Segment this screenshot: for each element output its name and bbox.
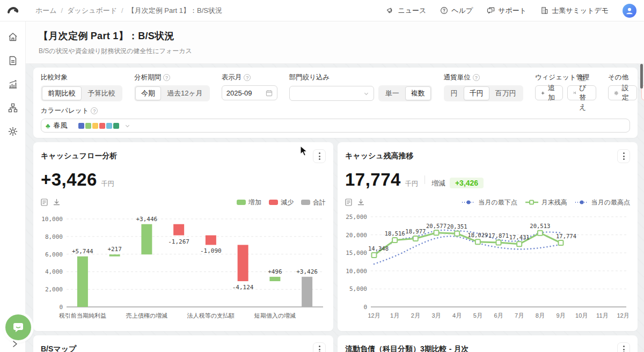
news-label: ニュース xyxy=(398,6,426,16)
app-logo[interactable] xyxy=(0,4,26,17)
cashflow-chart-area: 02,0004,0006,0008,00010,000+5,744税引前当期純利… xyxy=(41,210,326,324)
department-mode-single[interactable]: 単一 xyxy=(379,86,405,100)
divider xyxy=(425,175,425,184)
sidebar-item-organization[interactable] xyxy=(7,102,19,114)
department-mode-multiple[interactable]: 複数 xyxy=(405,86,431,100)
comparison-option-budget[interactable]: 予算比較 xyxy=(82,86,121,100)
building-icon xyxy=(540,6,548,14)
breadcrumb-home[interactable]: ホーム xyxy=(35,6,57,16)
download-icon[interactable] xyxy=(357,199,364,206)
cashflow-card-menu-button[interactable] xyxy=(313,149,326,163)
calendar-icon xyxy=(266,90,273,97)
download-icon[interactable] xyxy=(53,199,60,206)
breadcrumb-dashboard[interactable]: ダッシュボード xyxy=(67,6,117,16)
legend-item-monthly-high[interactable]: 当月の最高点 xyxy=(575,198,630,207)
legend-item-total[interactable]: 合計 xyxy=(301,198,326,207)
account-menu[interactable]: 士業サミットデモ xyxy=(540,6,609,16)
period-option-12months[interactable]: 過去12ヶ月 xyxy=(161,86,209,100)
svg-text:17,774: 17,774 xyxy=(556,233,576,239)
settings-button[interactable]: 設定 xyxy=(608,85,637,100)
balance-unit: 千円 xyxy=(405,179,418,188)
memo-icon[interactable] xyxy=(345,199,352,206)
reorder-widgets-button[interactable]: 並び替え xyxy=(567,85,596,100)
other-label: その他 xyxy=(608,73,644,82)
currency-option-yen[interactable]: 円 xyxy=(445,86,464,100)
svg-text:売上債権の増減: 売上債権の増減 xyxy=(126,312,167,319)
palette-swatch xyxy=(99,123,105,129)
sidebar-item-analytics[interactable] xyxy=(7,78,19,90)
balance-card-menu-button[interactable] xyxy=(617,149,630,163)
svg-text:17,871: 17,871 xyxy=(488,232,509,239)
svg-text:20,351: 20,351 xyxy=(447,223,467,230)
org-chart-icon xyxy=(8,102,18,113)
balance-value: 17,774 xyxy=(345,170,401,190)
header-actions: ニュース ヘルプ サポート 士業サミットデモ xyxy=(386,4,644,18)
svg-text:20,577: 20,577 xyxy=(426,223,447,229)
svg-text:8,000: 8,000 xyxy=(45,233,63,240)
sidebar-item-home[interactable] xyxy=(7,31,19,43)
sidebar-item-documents[interactable] xyxy=(7,55,19,67)
svg-text:0: 0 xyxy=(59,304,63,311)
svg-text:2,000: 2,000 xyxy=(45,286,63,293)
display-month-input[interactable] xyxy=(226,89,261,97)
legend-item-decrease[interactable]: 減少 xyxy=(269,198,294,207)
department-mode-toggle: 単一 複数 xyxy=(378,85,432,101)
palette-swatch xyxy=(92,123,98,129)
cash-balance-card: キャッシュ残高推移 17,774 千円 増減 +3,426 xyxy=(338,142,638,331)
sidebar-expand-button[interactable] xyxy=(12,340,18,350)
display-month-label: 表示月? xyxy=(222,73,277,82)
legend-item-monthly-low[interactable]: 当月の最下点 xyxy=(462,198,517,207)
bs-map-menu-button[interactable] xyxy=(313,342,326,352)
sidebar-item-settings[interactable] xyxy=(7,126,19,137)
svg-text:20,000: 20,000 xyxy=(346,232,367,239)
svg-text:18,029: 18,029 xyxy=(467,232,488,238)
gear-small-icon xyxy=(614,90,619,97)
svg-text:税引前当期純利益: 税引前当期純利益 xyxy=(59,312,106,319)
svg-text:+5,744: +5,744 xyxy=(72,248,93,255)
currency-label: 通貨単位? xyxy=(444,73,523,82)
cashflow-unit: 千円 xyxy=(101,179,114,188)
add-widget-button[interactable]: 追加 xyxy=(535,85,563,100)
palette-swatches xyxy=(78,123,119,129)
palette-swatch xyxy=(106,123,112,129)
page-scrollbar-thumb[interactable] xyxy=(640,64,643,89)
svg-text:0: 0 xyxy=(363,304,367,311)
top-header: ホーム / ダッシュボード / 【月次定例 Part 1】：B/S状況 ニュース… xyxy=(0,0,644,21)
palette-swatch xyxy=(78,123,84,129)
svg-text:短期借入の増減: 短期借入の増減 xyxy=(254,312,296,319)
period-label: 分析期間? xyxy=(134,73,210,82)
svg-text:10,000: 10,000 xyxy=(41,216,63,223)
currency-option-million[interactable]: 百万円 xyxy=(489,86,522,100)
breadcrumb-separator: / xyxy=(121,6,123,14)
currency-toggle: 円 千円 百万円 xyxy=(444,85,523,101)
news-button[interactable]: ニュース xyxy=(386,6,426,16)
svg-text:9月: 9月 xyxy=(556,312,565,319)
currency-option-thousand[interactable]: 千円 xyxy=(464,86,489,100)
palette-select[interactable]: ♣ 春風 xyxy=(41,119,630,133)
legend-item-month-end-balance[interactable]: 月末残高 xyxy=(525,198,567,207)
comparison-option-previous[interactable]: 前期比較 xyxy=(42,86,82,100)
period-option-current[interactable]: 今期 xyxy=(135,86,161,100)
svg-text:法人税等の支払額: 法人税等の支払額 xyxy=(187,312,235,319)
chat-fab-button[interactable] xyxy=(5,314,31,340)
svg-text:6月: 6月 xyxy=(494,312,503,319)
support-button[interactable]: サポート xyxy=(487,6,526,16)
user-avatar[interactable] xyxy=(623,4,636,18)
current-liabilities-menu-button[interactable] xyxy=(617,342,630,352)
svg-text:18,977: 18,977 xyxy=(405,228,426,234)
svg-text:25,000: 25,000 xyxy=(346,214,367,221)
svg-text:10月: 10月 xyxy=(575,312,588,319)
filter-palette: カラーパレット? ♣ 春風 xyxy=(41,106,630,133)
help-button[interactable]: ヘルプ xyxy=(440,6,473,16)
svg-text:-4,124: -4,124 xyxy=(232,284,254,291)
breadcrumb: ホーム / ダッシュボード / 【月次定例 Part 1】：B/S状況 xyxy=(35,6,222,16)
megaphone-icon xyxy=(386,6,394,14)
palette-help-icon: ? xyxy=(91,107,98,114)
memo-icon[interactable] xyxy=(41,199,48,206)
balance-delta-label: 増減 xyxy=(431,179,445,188)
svg-text:15,000: 15,000 xyxy=(346,250,367,256)
svg-text:+3,426: +3,426 xyxy=(296,268,318,275)
legend-item-increase[interactable]: 増加 xyxy=(237,198,261,207)
department-select[interactable] xyxy=(289,86,374,101)
cashflow-waterfall-chart: 02,0004,0006,0008,00010,000+5,744税引前当期純利… xyxy=(41,210,325,322)
